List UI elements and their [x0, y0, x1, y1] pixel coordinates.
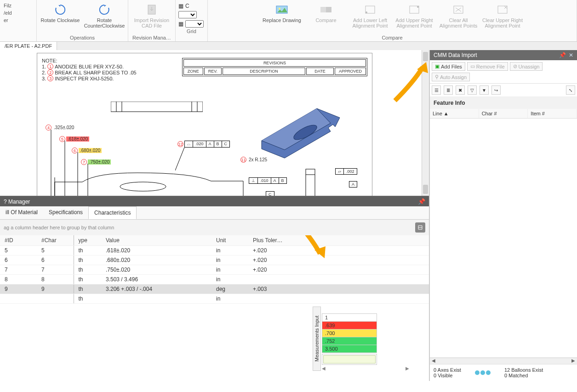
balloon-1[interactable]: 1 [47, 63, 53, 69]
drawing-sheet: NOTE: 1.1ANODIZE BLUE PER XYZ-50. 2.2BRE… [37, 53, 372, 197]
plus-icon: ▣ [435, 63, 440, 69]
document-tab[interactable]: /ER PLATE - A2.PDF [0, 42, 57, 50]
scroll-left-icon[interactable]: ◀ [322, 366, 326, 371]
measurement-cell[interactable]: 3.500 [322, 345, 377, 353]
rev-col: DATE [306, 68, 334, 75]
document-tab-strip: /ER PLATE - A2.PDF [0, 42, 577, 50]
grid-select-1[interactable] [178, 11, 197, 18]
table-row[interactable]: 55th.618±.020in+.020 [0, 246, 429, 256]
measurement-cell[interactable]: 1 [322, 314, 377, 322]
col-id[interactable]: #ID [0, 235, 37, 246]
svg-point-6 [366, 11, 367, 13]
remove-icon[interactable]: ✖ [456, 85, 465, 95]
import-icon [145, 3, 159, 17]
filter-icon[interactable]: ▽ [468, 85, 477, 95]
clear-upper-right-button: Clear Upper Right Alignment Point [482, 1, 523, 34]
replace-drawing-button[interactable]: Replace Drawing [261, 1, 303, 34]
measurements-table[interactable]: 1.639.700.7523.500 [322, 313, 377, 353]
group-label: Operations [40, 35, 125, 40]
note-line: ANODIZE BLUE PER XYZ-50. [55, 64, 124, 69]
add-files-button[interactable]: ▣Add Files [432, 62, 465, 71]
filter2-icon[interactable]: ▼ [480, 85, 489, 95]
rotate-cw-icon [53, 3, 67, 17]
svg-rect-3 [320, 7, 326, 12]
fcf-flatness[interactable]: ▱.002 [335, 168, 357, 175]
col-type[interactable]: ype [74, 235, 101, 246]
collapse-icon[interactable]: ⤡ [566, 85, 575, 95]
measurements-entry[interactable] [323, 355, 376, 364]
pin-icon[interactable]: 📌 [418, 198, 425, 205]
pin-icon[interactable]: 📌 [559, 52, 566, 58]
col-char[interactable]: #Char [37, 235, 74, 246]
grid-select-2[interactable] [185, 20, 204, 28]
toggle-icon[interactable] [415, 222, 425, 233]
wand-icon: ⚲ [435, 74, 439, 80]
scroll-right-icon[interactable]: ▶ [406, 366, 409, 371]
fcf-perp-010[interactable]: ⊥.010AB [249, 177, 287, 184]
characteristics-table[interactable]: #ID #Char ype Value Unit Plus Toler… 55t… [0, 235, 429, 304]
unassign-button: ⊘Unassign [510, 62, 543, 71]
export-icon[interactable]: ↪ [491, 85, 501, 95]
side-item[interactable]: er [2, 17, 34, 24]
col-value[interactable]: Value [101, 235, 211, 246]
col-itemno[interactable]: Item # [528, 109, 577, 118]
dim-leaders [46, 127, 102, 197]
feature-list[interactable] [430, 119, 577, 358]
col-line[interactable]: Line ▲ [430, 109, 479, 118]
measurements-panel: Measurements Input 1.639.700.7523.500 ◀▶ [322, 313, 414, 371]
remove-file-button: ▭Remove File [467, 62, 508, 71]
datum-a[interactable]: A [349, 181, 357, 187]
col-plus[interactable]: Plus Toler… [248, 235, 429, 246]
measurements-input-label[interactable]: Measurements Input [313, 307, 321, 371]
measurement-cell[interactable]: .700 [322, 330, 377, 337]
side-item[interactable]: Filz [2, 2, 34, 9]
hscroll[interactable]: ◀▶ [430, 358, 577, 364]
rev-title: REVISIONS [183, 59, 366, 67]
clear-all-align-button: Clear All Alignment Points [438, 1, 479, 34]
svg-point-8 [417, 6, 419, 8]
balloon-2[interactable]: 2 [47, 69, 53, 75]
note-title: NOTE: [42, 58, 137, 63]
measurement-cell[interactable]: .639 [322, 322, 377, 330]
table-row[interactable]: 77th.750±.020in+.020 [0, 265, 429, 275]
status-axes: 0 Axes Exist [434, 367, 461, 373]
datum-c[interactable]: C [266, 191, 274, 197]
tab-characteristics[interactable]: Characteristics [88, 206, 137, 219]
balloon-11[interactable]: 11 [240, 157, 246, 163]
annotation-arrow-cmm [390, 59, 429, 105]
measurement-cell[interactable]: .752 [322, 337, 377, 345]
balloon-3[interactable]: 3 [47, 75, 53, 81]
table-row[interactable]: thin [0, 294, 429, 304]
table-row[interactable]: 99th3.206 +.003 / -.004deg+.003 [0, 284, 429, 294]
group-revision: Import Revision CAD File Revision Mana… [128, 0, 176, 41]
cmm-header: CMM Data Import 📌✕ [430, 50, 577, 60]
flatness-icon: ▱ [336, 169, 344, 174]
rotate-ccw-button[interactable]: Rotate CounterClockwise [84, 1, 125, 34]
group-operations: Rotate Clockwise Rotate CounterClockwise… [37, 0, 128, 41]
unlink-icon: ⊘ [513, 63, 517, 69]
svg-point-2 [279, 8, 280, 10]
rotate-cw-button[interactable]: Rotate Clockwise [40, 1, 81, 34]
align-ur-icon [407, 3, 421, 17]
table-row[interactable]: 88th3.503 / 3.496in [0, 275, 429, 284]
tab-specs[interactable]: Specifications [43, 206, 88, 219]
revisions-table: REVISIONS ZONE REV. DESCRIPTION DATE APP… [182, 58, 367, 76]
add-upper-right-button: Add Upper Right Alignment Point [394, 1, 435, 34]
col-unit[interactable]: Unit [211, 235, 248, 246]
col-charno[interactable]: Char # [479, 109, 528, 118]
list-icon[interactable]: ≣ [444, 85, 453, 95]
drawing-canvas[interactable]: NOTE: 1.1ANODIZE BLUE PER XYZ-50. 2.2BRE… [0, 50, 429, 197]
perp-icon: ⊥ [249, 178, 258, 183]
notes-block: NOTE: 1.1ANODIZE BLUE PER XYZ-50. 2.2BRE… [42, 58, 137, 81]
table-row[interactable]: 66th.680±.020in+.020 [0, 256, 429, 265]
status-visible: 0 Visible [434, 373, 461, 378]
close-icon[interactable]: ✕ [569, 52, 573, 58]
tree-icon[interactable]: ☰ [432, 85, 441, 95]
side-item[interactable]: /eld [2, 9, 34, 17]
tab-bom[interactable]: ill Of Material [0, 206, 43, 219]
svg-rect-11 [111, 102, 203, 112]
group-hint-bar[interactable]: ag a column header here to group by that… [0, 220, 429, 235]
compare-icon [319, 3, 333, 17]
clear-icon [451, 3, 465, 17]
picture-icon [275, 3, 289, 17]
